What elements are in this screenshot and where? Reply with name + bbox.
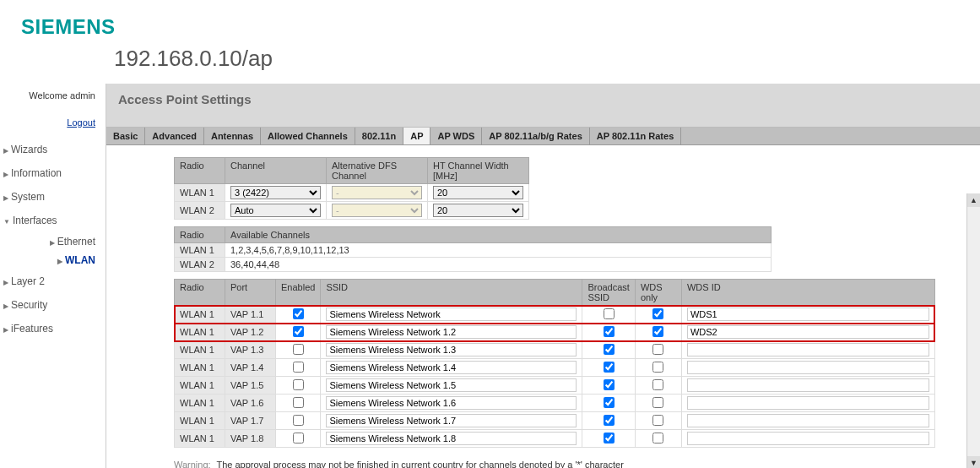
radio-cell: WLAN 1 — [175, 412, 225, 430]
ssid-input[interactable] — [326, 343, 577, 356]
col-header: Radio — [175, 227, 225, 243]
sidebar-item-system[interactable]: System — [0, 185, 95, 209]
broadcast-checkbox[interactable] — [604, 415, 615, 426]
channel-select[interactable]: Auto — [230, 204, 321, 217]
enabled-checkbox[interactable] — [293, 362, 304, 373]
enabled-checkbox[interactable] — [293, 379, 304, 390]
col-header: Channel — [225, 158, 327, 184]
channel-select[interactable]: 3 (2422) — [230, 186, 321, 199]
col-header: Alternative DFS Channel — [327, 158, 428, 184]
scroll-down-icon[interactable]: ▼ — [967, 456, 980, 468]
radio-cell: WLAN 1 — [175, 341, 225, 359]
port-cell: VAP 1.6 — [225, 395, 276, 412]
available-channels-table: RadioAvailable ChannelsWLAN 11,2,3,4,5,6… — [174, 226, 772, 272]
broadcast-checkbox[interactable] — [604, 397, 615, 408]
tab-ap[interactable]: AP — [403, 128, 430, 144]
port-cell: VAP 1.1 — [225, 306, 276, 324]
wdsonly-checkbox[interactable] — [652, 433, 663, 444]
sidebar-item-interfaces[interactable]: Interfaces — [0, 209, 95, 232]
port-cell: VAP 1.5 — [225, 377, 276, 395]
brand-logo: SIEMENS — [0, 0, 980, 44]
sidebar-item-ethernet[interactable]: Ethernet — [0, 232, 95, 251]
broadcast-checkbox[interactable] — [604, 344, 615, 355]
channel-config-table: RadioChannelAlternative DFS ChannelHT Ch… — [174, 157, 529, 220]
tab-802-11n[interactable]: 802.11n — [355, 128, 403, 144]
scrollbar[interactable]: ▲ ▼ — [966, 193, 980, 468]
col-header: WDS ID — [681, 280, 934, 306]
ssid-input[interactable] — [326, 432, 577, 445]
dfs-select: - — [332, 204, 422, 217]
tab-ap-802-11n-rates[interactable]: AP 802.11n Rates — [590, 128, 682, 144]
wdsid-input[interactable] — [687, 307, 929, 321]
wdsonly-checkbox[interactable] — [652, 415, 663, 426]
ssid-input[interactable] — [326, 307, 577, 321]
tab-advanced[interactable]: Advanced — [145, 128, 204, 144]
enabled-checkbox[interactable] — [293, 326, 304, 337]
broadcast-checkbox[interactable] — [604, 362, 615, 373]
tab-allowed-channels[interactable]: Allowed Channels — [261, 128, 355, 144]
enabled-checkbox[interactable] — [293, 433, 304, 444]
available-channels: 1,2,3,4,5,6,7,8,9,10,11,12,13 — [225, 243, 772, 258]
col-header: Available Channels — [225, 227, 772, 243]
available-channels: 36,40,44,48 — [225, 258, 772, 272]
broadcast-checkbox[interactable] — [604, 326, 615, 337]
ssid-input[interactable] — [326, 325, 577, 339]
warning-row: Warning: The approval process may not be… — [106, 454, 980, 468]
port-cell: VAP 1.8 — [225, 430, 276, 448]
radio-cell: WLAN 1 — [175, 395, 225, 412]
radio-label: WLAN 1 — [175, 184, 225, 202]
tab-ap-802-11a-b-g-rates[interactable]: AP 802.11a/b/g Rates — [482, 128, 589, 144]
col-header: WDS only — [635, 280, 681, 306]
radio-cell: WLAN 1 — [175, 306, 225, 324]
sidebar-item-ifeatures[interactable]: iFeatures — [0, 317, 95, 340]
wdsid-input[interactable] — [687, 343, 929, 356]
port-cell: VAP 1.4 — [225, 359, 276, 377]
enabled-checkbox[interactable] — [293, 397, 304, 408]
ssid-input[interactable] — [326, 396, 577, 410]
wdsonly-checkbox[interactable] — [652, 344, 663, 355]
col-header: Radio — [175, 158, 225, 184]
sidebar-item-layer-2[interactable]: Layer 2 — [0, 269, 95, 293]
ssid-input[interactable] — [326, 361, 577, 374]
warning-label: Warning: — [174, 460, 211, 468]
broadcast-checkbox[interactable] — [604, 379, 615, 390]
radio-cell: WLAN 1 — [175, 377, 225, 395]
wdsid-input[interactable] — [687, 432, 929, 445]
wdsid-input[interactable] — [687, 378, 929, 392]
sidebar-item-information[interactable]: Information — [0, 161, 95, 185]
wdsonly-checkbox[interactable] — [652, 326, 663, 337]
wdsonly-checkbox[interactable] — [652, 362, 663, 373]
tab-ap-wds[interactable]: AP WDS — [430, 128, 482, 144]
tab-antennas[interactable]: Antennas — [204, 128, 261, 144]
logout-link[interactable]: Logout — [67, 117, 95, 128]
tab-basic[interactable]: Basic — [106, 128, 145, 144]
scroll-up-icon[interactable]: ▲ — [967, 193, 980, 207]
radio-cell: WLAN 1 — [175, 430, 225, 448]
ssid-input[interactable] — [326, 378, 577, 392]
wdsid-input[interactable] — [687, 361, 929, 374]
enabled-checkbox[interactable] — [293, 344, 304, 355]
sidebar-item-security[interactable]: Security — [0, 293, 95, 317]
sidebar-item-wlan[interactable]: WLAN — [0, 251, 95, 269]
port-cell: VAP 1.7 — [225, 412, 276, 430]
port-cell: VAP 1.3 — [225, 341, 276, 359]
wdsonly-checkbox[interactable] — [652, 397, 663, 408]
htwidth-select[interactable]: 20 — [433, 204, 523, 217]
table-row: WLAN 1VAP 1.8 — [175, 430, 935, 448]
wdsonly-checkbox[interactable] — [652, 379, 663, 390]
enabled-checkbox[interactable] — [293, 308, 304, 319]
enabled-checkbox[interactable] — [293, 415, 304, 426]
wdsid-input[interactable] — [687, 325, 929, 339]
htwidth-select[interactable]: 20 — [433, 186, 523, 199]
sidebar-item-wizards[interactable]: Wizards — [0, 138, 95, 161]
wdsid-input[interactable] — [687, 396, 929, 410]
wdsid-input[interactable] — [687, 414, 929, 427]
broadcast-checkbox[interactable] — [604, 308, 615, 319]
warning-text: The approval process may not be finished… — [216, 460, 623, 468]
ssid-input[interactable] — [326, 414, 577, 427]
radio-label: WLAN 2 — [175, 258, 225, 272]
wdsonly-checkbox[interactable] — [652, 308, 663, 319]
broadcast-checkbox[interactable] — [604, 433, 615, 444]
table-row: WLAN 1VAP 1.2 — [175, 324, 935, 341]
content-area: RadioChannelAlternative DFS ChannelHT Ch… — [106, 145, 980, 448]
